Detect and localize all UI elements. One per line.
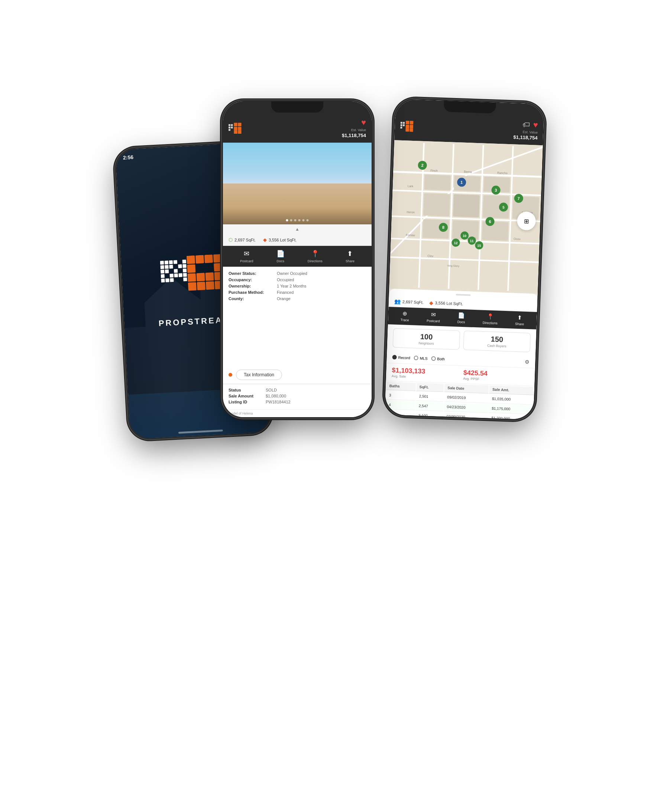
svg-rect-28 (214, 263, 222, 271)
cash-buyers-count: 150 (467, 334, 527, 345)
postcard-action[interactable]: ✉ Postcard (240, 250, 254, 263)
status-label: Status (229, 388, 266, 392)
filter-record[interactable]: Record (392, 355, 410, 360)
svg-rect-39 (229, 126, 231, 128)
share-icon: ⬆ (347, 250, 353, 258)
notch-mid (271, 101, 323, 113)
map-area[interactable]: Finch Berna Rancho Lark Heron Forster La… (389, 140, 543, 294)
table-cell: $1,200,000 (488, 414, 533, 420)
sqft-icon: ⬡ (229, 237, 232, 243)
action-icons-row-mid: ✉ Postcard 📄 Docs 📍 Directions ⬆ Share (223, 246, 371, 267)
svg-rect-47 (238, 130, 241, 133)
svg-text:Rancho: Rancho (497, 171, 507, 175)
scene: 2:56 ▌▌▌ 📶 🔋 (104, 72, 550, 740)
photo-dot-4 (298, 219, 301, 221)
trace-label: Trace (400, 318, 409, 322)
svg-rect-25 (204, 255, 213, 263)
stats-row-mid: ⬡ 2,697 SqFt. ◆ 3,556 Lot SqFt. (223, 234, 371, 246)
people-icon: 👥 (394, 298, 401, 305)
map-grid-icon: ⊞ (524, 217, 529, 224)
svg-text:5: 5 (503, 205, 504, 209)
sqft-value: 2,697 SqFt. (234, 238, 256, 242)
sale-amount-label: Sale Amount (229, 394, 266, 398)
svg-rect-35 (206, 281, 214, 290)
logo-icon-small (229, 122, 242, 134)
tax-info-section: Tax Information (223, 366, 371, 384)
share-label: Share (345, 259, 355, 263)
cash-buyers-label: Cash Buyers (487, 343, 506, 348)
table-cell: 3,100 (416, 411, 443, 420)
filter-settings-icon[interactable]: ⚙ (525, 359, 530, 365)
share-action[interactable]: ⬆ Share (345, 250, 355, 263)
purchase-method-row: Purchase Method: Financed (229, 290, 366, 295)
favorite-heart-right[interactable]: ♥ (533, 120, 538, 130)
trace-action[interactable]: ⊕ Trace (400, 310, 410, 322)
directions-action-right[interactable]: 📍 Directions (483, 313, 498, 325)
listing-id-value: PW18184412 (266, 400, 290, 404)
postcard-action-right[interactable]: ✉ Postcard (426, 311, 440, 323)
svg-rect-2 (169, 260, 173, 264)
both-radio (431, 356, 435, 361)
lot-sqft-value-right: 3,556 Lot SqFt. (435, 301, 463, 306)
favorite-heart[interactable]: ♥ (361, 118, 366, 127)
svg-rect-23 (186, 255, 195, 264)
svg-rect-26 (213, 254, 222, 262)
directions-icon-right: 📍 (487, 313, 494, 320)
svg-rect-76 (405, 128, 409, 132)
header-actions-right: 🏷 ♥ Est. Value $1,118,754 (513, 119, 538, 140)
propstream-logo-right (400, 120, 414, 131)
svg-rect-46 (234, 130, 237, 133)
svg-rect-72 (406, 121, 410, 124)
record-radio (392, 355, 396, 359)
data-table: Baths SqFt. Sale Date Sale Amt. 32,50109… (385, 381, 534, 420)
svg-rect-70 (403, 124, 405, 126)
listing-id-label: Listing ID (229, 400, 266, 404)
docs-action[interactable]: 📄 Docs (277, 250, 285, 263)
directions-action-mid[interactable]: 📍 Directions (308, 250, 322, 263)
svg-rect-45 (238, 127, 241, 130)
svg-rect-17 (178, 264, 182, 268)
docs-label-right: Docs (457, 320, 465, 324)
filter-both[interactable]: Both (431, 356, 445, 361)
buttons-row: 100 Neighbors 150 Cash Buyers (387, 324, 536, 356)
svg-rect-16 (170, 278, 174, 282)
expand-handle[interactable]: ▲ (223, 224, 371, 234)
svg-rect-4 (160, 265, 164, 269)
svg-rect-67 (400, 122, 402, 123)
cash-buyers-btn[interactable]: 150 Cash Buyers (463, 331, 531, 352)
svg-rect-11 (170, 273, 174, 278)
svg-rect-40 (231, 126, 232, 128)
svg-rect-12 (174, 273, 178, 278)
notch-right (444, 101, 496, 114)
logo-icon-right (400, 120, 414, 131)
photo-dot-5 (303, 219, 305, 221)
svg-rect-90 (424, 175, 450, 190)
svg-rect-20 (183, 268, 187, 272)
svg-text:6: 6 (489, 219, 491, 224)
share-action-right[interactable]: ⬆ Share (515, 314, 524, 326)
est-value-mid: $1,118,754 (342, 133, 366, 138)
svg-rect-69 (400, 124, 402, 126)
svg-rect-30 (196, 273, 205, 281)
svg-rect-18 (182, 259, 186, 263)
panel-handle (456, 294, 471, 296)
svg-text:7: 7 (518, 196, 520, 201)
col-header-baths: Baths (387, 382, 416, 391)
docs-action-right[interactable]: 📄 Docs (457, 312, 466, 324)
svg-rect-74 (406, 124, 410, 128)
county-label: County: (229, 296, 277, 301)
filter-mls[interactable]: MLS (414, 356, 428, 360)
svg-text:Forster: Forster (406, 233, 416, 237)
lot-stat-right: ◆ 3,556 Lot SqFt. (429, 300, 463, 307)
table-cell: 2,547 (416, 401, 443, 412)
county-row: County: Orange (229, 296, 366, 301)
mls-radio (414, 356, 419, 360)
svg-text:3: 3 (495, 188, 497, 192)
svg-text:Lark: Lark (408, 185, 414, 188)
svg-rect-38 (231, 124, 232, 126)
neighbors-btn[interactable]: 100 Neighbors (393, 328, 460, 350)
tax-info-button[interactable]: Tax Information (236, 369, 282, 380)
svg-rect-6 (169, 264, 173, 269)
property-photo (223, 143, 371, 224)
svg-text:12: 12 (454, 241, 457, 245)
